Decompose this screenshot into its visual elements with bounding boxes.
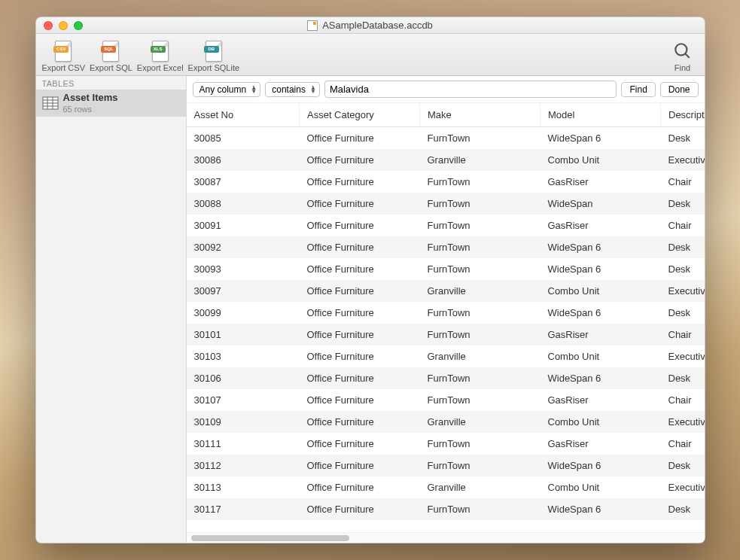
table-cell: Office Furniture — [300, 302, 420, 324]
horizontal-scroll-thumb[interactable] — [191, 535, 349, 541]
table-cell: WideSpan 6 — [541, 367, 661, 389]
toolbar: CSVExport CSVSQLExport SQLXLSExport Exce… — [36, 34, 705, 76]
table-row[interactable]: 30087Office FurnitureFurnTownGasRiserCha… — [187, 171, 705, 193]
find-button[interactable]: Find — [621, 82, 655, 97]
table-cell: Chair — [661, 433, 705, 455]
document-icon — [307, 20, 318, 31]
minimize-window-button[interactable] — [59, 21, 68, 30]
toolbar-label: Export SQL — [90, 63, 132, 72]
table-row[interactable]: 30117Office FurnitureFurnTownWideSpan 6D… — [187, 498, 705, 520]
window-title: ASampleDatabase.accdb — [322, 20, 433, 31]
find-toolbar-button[interactable]: Find — [671, 39, 694, 72]
table-cell: Granville — [420, 149, 541, 171]
traffic-lights — [44, 21, 83, 30]
table-cell: Office Furniture — [300, 433, 420, 455]
table-row[interactable]: 30088Office FurnitureFurnTownWideSpanDes… — [187, 193, 705, 215]
window-title-wrap: ASampleDatabase.accdb — [42, 20, 699, 31]
table-cell: Granville — [420, 411, 541, 433]
table-cell: Combo Unit — [541, 411, 661, 433]
table-cell: Office Furniture — [300, 193, 420, 215]
table-cell: Office Furniture — [300, 258, 420, 280]
filter-bar: Any column ▲▼ contains ▲▼ Find Done — [187, 76, 705, 103]
table-row[interactable]: 30103Office FurnitureGranvilleCombo Unit… — [187, 345, 705, 367]
table-cell: 30097 — [187, 280, 300, 302]
column-header[interactable]: Make — [420, 103, 541, 127]
table-cell: 30112 — [187, 455, 300, 476]
column-header[interactable]: Model — [541, 103, 661, 127]
table-cell: Combo Unit — [541, 345, 661, 367]
table-row[interactable]: 30085Office FurnitureFurnTownWideSpan 6D… — [187, 127, 705, 150]
column-header[interactable]: Description — [661, 103, 705, 127]
table-cell: 30113 — [187, 476, 300, 498]
search-input[interactable] — [324, 81, 617, 98]
column-header[interactable]: Asset Category — [300, 103, 420, 127]
table-cell: 30103 — [187, 345, 300, 367]
table-cell: Granville — [420, 345, 541, 367]
horizontal-scrollbar[interactable] — [187, 532, 705, 543]
maximize-window-button[interactable] — [74, 21, 83, 30]
svg-point-0 — [675, 44, 687, 55]
table-cell: 30101 — [187, 324, 300, 345]
titlebar[interactable]: ASampleDatabase.accdb — [36, 17, 705, 34]
table-cell: 30088 — [187, 193, 300, 215]
table-cell: Office Furniture — [300, 476, 420, 498]
table-cell: 30092 — [187, 236, 300, 258]
toolbar-export-csv[interactable]: CSVExport CSV — [42, 39, 85, 72]
table-cell: Desk — [661, 367, 705, 389]
find-toolbar-label: Find — [675, 63, 690, 72]
table-cell: Desk — [661, 455, 705, 476]
table-cell: Desk — [661, 193, 705, 215]
table-row[interactable]: 30099Office FurnitureFurnTownWideSpan 6D… — [187, 302, 705, 324]
sidebar-item-asset-items[interactable]: Asset Items 65 rows — [36, 90, 186, 117]
app-window: ASampleDatabase.accdb CSVExport CSVSQLEx… — [35, 17, 705, 543]
toolbar-export-excel[interactable]: XLSExport Excel — [137, 39, 184, 72]
match-select[interactable]: contains ▲▼ — [265, 82, 320, 97]
table-cell: Chair — [661, 215, 705, 236]
table-cell: 30106 — [187, 367, 300, 389]
table-row[interactable]: 30106Office FurnitureFurnTownWideSpan 6D… — [187, 367, 705, 389]
table-cell: Office Furniture — [300, 411, 420, 433]
table-cell: Office Furniture — [300, 367, 420, 389]
sidebar: TABLES Asset Items 65 rows — [36, 76, 187, 543]
table-row[interactable]: 30109Office FurnitureGranvilleCombo Unit… — [187, 411, 705, 433]
table-row[interactable]: 30101Office FurnitureFurnTownGasRiserCha… — [187, 324, 705, 345]
table-cell: Desk — [661, 258, 705, 280]
table-row[interactable]: 30092Office FurnitureFurnTownWideSpan 6D… — [187, 236, 705, 258]
table-row[interactable]: 30093Office FurnitureFurnTownWideSpan 6D… — [187, 258, 705, 280]
data-table: Asset NoAsset CategoryMakeModelDescripti… — [187, 103, 705, 520]
table-cell: 30086 — [187, 149, 300, 171]
column-header[interactable]: Asset No — [187, 103, 300, 127]
toolbar-export-sqlite[interactable]: DBExport SQLite — [188, 39, 239, 72]
table-cell: WideSpan 6 — [541, 498, 661, 520]
table-cell: 30093 — [187, 258, 300, 280]
table-cell: Office Furniture — [300, 280, 420, 302]
table-cell: Office Furniture — [300, 149, 420, 171]
file-icon: XLS — [149, 39, 172, 63]
table-row[interactable]: 30111Office FurnitureFurnTownGasRiserCha… — [187, 433, 705, 455]
table-cell: Executive — [661, 280, 705, 302]
column-select-value: Any column — [199, 84, 247, 95]
table-row[interactable]: 30097Office FurnitureGranvilleCombo Unit… — [187, 280, 705, 302]
table-cell: Office Furniture — [300, 236, 420, 258]
table-cell: 30085 — [187, 127, 300, 150]
table-row[interactable]: 30113Office FurnitureGranvilleCombo Unit… — [187, 476, 705, 498]
table-cell: WideSpan 6 — [541, 258, 661, 280]
column-select[interactable]: Any column ▲▼ — [193, 82, 261, 97]
table-row[interactable]: 30107Office FurnitureFurnTownGasRiserCha… — [187, 389, 705, 411]
table-cell: FurnTown — [420, 433, 541, 455]
sidebar-item-text: Asset Items 65 rows — [63, 92, 118, 114]
table-cell: Office Furniture — [300, 324, 420, 345]
table-row[interactable]: 30091Office FurnitureFurnTownGasRiserCha… — [187, 215, 705, 236]
table-cell: WideSpan 6 — [541, 236, 661, 258]
done-button[interactable]: Done — [660, 82, 699, 97]
table-row[interactable]: 30112Office FurnitureFurnTownWideSpan 6D… — [187, 455, 705, 476]
svg-line-1 — [685, 53, 689, 57]
table-row[interactable]: 30086Office FurnitureGranvilleCombo Unit… — [187, 149, 705, 171]
table-cell: Combo Unit — [541, 149, 661, 171]
toolbar-export-sql[interactable]: SQLExport SQL — [90, 39, 132, 72]
main-area: Any column ▲▼ contains ▲▼ Find Done Asse… — [187, 76, 705, 543]
data-grid[interactable]: Asset NoAsset CategoryMakeModelDescripti… — [187, 103, 705, 532]
table-cell: GasRiser — [541, 433, 661, 455]
close-window-button[interactable] — [44, 21, 53, 30]
sidebar-header: TABLES — [36, 76, 186, 90]
